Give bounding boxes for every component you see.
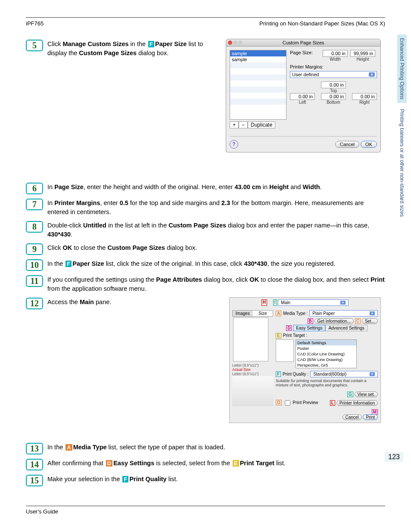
printer-info-button[interactable]: Printer Information [336, 400, 378, 406]
step-number-6: 6 [26, 183, 43, 194]
side-tab-enhanced[interactable]: Enhanced Printing Options [397, 34, 407, 103]
step-number-12: 12 [26, 298, 43, 309]
print-preview-checkbox[interactable] [285, 400, 290, 406]
step-10-text: In the FPaper Size list, click the size … [47, 259, 385, 268]
add-button[interactable]: + [230, 121, 239, 128]
page-number: 123 [385, 452, 403, 462]
target-preview [276, 339, 294, 362]
left-margin[interactable]: 0.00 in [290, 93, 315, 100]
tab-size[interactable]: Size [253, 311, 273, 316]
step-9-text: Click OK to close the Custom Page Sizes … [47, 243, 385, 252]
footer: User's Guide [26, 508, 58, 515]
height-field[interactable]: 99,999 in [350, 50, 375, 57]
section-title: Printing on Non-Standard Paper Sizes (Ma… [259, 20, 385, 27]
step-number-5: 5 [26, 40, 43, 51]
step-11-text: If you configured the settings using the… [47, 275, 385, 293]
window-controls[interactable] [228, 40, 243, 45]
view-set-button[interactable]: View set. [355, 392, 378, 397]
step-8-text: Double-click Untitled in the list at lef… [47, 221, 385, 239]
quality-hint: Suitable for printing normal documents t… [276, 379, 378, 387]
list-item[interactable]: sample [230, 50, 286, 56]
width-field[interactable]: 0.00 in [323, 50, 348, 57]
step-number-14: 14 [26, 459, 43, 470]
top-margin[interactable]: 0.00 in [321, 81, 346, 88]
step-number-15: 15 [26, 475, 43, 486]
tab-images[interactable]: Images [233, 311, 253, 316]
main-pane-dialog: H I Main▾ Images Size Letter (8.5"x11") … [229, 297, 381, 423]
step-number-9: 9 [26, 243, 43, 255]
step-number-8: 8 [26, 221, 43, 233]
preview-thumbnail [233, 317, 268, 361]
cancel-button[interactable]: Cancel [342, 414, 362, 420]
set-button[interactable]: Set... [362, 318, 378, 324]
remove-button[interactable]: − [239, 121, 248, 128]
pane-dropdown[interactable]: Main▾ [278, 299, 349, 306]
cancel-button[interactable]: Cancel [335, 141, 359, 148]
printer-image [232, 376, 273, 406]
ok-button[interactable]: OK [361, 141, 377, 148]
media-type-dropdown[interactable]: Plain Paper▾ [309, 310, 378, 317]
print-button[interactable]: Print [363, 414, 378, 420]
step-13-text: In the AMedia Type list, select the type… [47, 443, 385, 452]
get-info-button[interactable]: Get Information... [314, 318, 354, 324]
step-number-11: 11 [26, 275, 43, 287]
custom-page-sizes-dialog: Custom Page Sizes sample sample + [226, 39, 381, 152]
step-7-text: In Printer Margins, enter 0.5 for the to… [47, 199, 385, 217]
print-target-list[interactable]: Default Settings Poster CAD (Color Line … [296, 339, 357, 368]
help-icon[interactable]: ? [230, 140, 238, 149]
step-14-text: After confirming that DEasy Settings is … [47, 459, 385, 468]
step-number-13: 13 [26, 443, 43, 454]
print-quality-dropdown[interactable]: Standard(600dpi)▾ [310, 371, 378, 377]
step-number-10: 10 [26, 259, 43, 271]
page-header: iPF765 Printing on Non-Standard Paper Si… [26, 20, 385, 27]
printer-margins-label: Printer Margins: [290, 64, 377, 69]
margins-dropdown[interactable]: User defined▾ [290, 71, 377, 78]
step-12-text: Access the Main pane. [47, 298, 215, 307]
advanced-settings-tab[interactable]: Advanced Settings [325, 325, 367, 331]
product-name: iPF765 [26, 20, 44, 27]
page-size-label: Page Size: [290, 50, 320, 55]
custom-sizes-list[interactable]: sample sample [230, 50, 286, 120]
step-15-text: Make your selection in the FPrint Qualit… [47, 475, 385, 484]
list-item[interactable]: sample [230, 56, 286, 62]
step-5-text: Click Manage Custom Sizes in the FPaper … [47, 40, 215, 58]
step-number-7: 7 [26, 199, 43, 210]
bottom-margin[interactable]: 0.00 in [321, 93, 346, 100]
right-margin[interactable]: 0.00 in [352, 93, 377, 100]
step-6-text: In Page Size, enter the height and width… [47, 183, 385, 192]
side-tabs: Enhanced Printing Options Printing banne… [397, 34, 407, 223]
dialog-title: Custom Page Sizes [226, 39, 381, 47]
easy-settings-tab[interactable]: Easy Settings [293, 325, 325, 331]
side-tab-banners[interactable]: Printing banners or at other non-standar… [397, 106, 407, 220]
duplicate-button[interactable]: Duplicate [248, 121, 275, 128]
